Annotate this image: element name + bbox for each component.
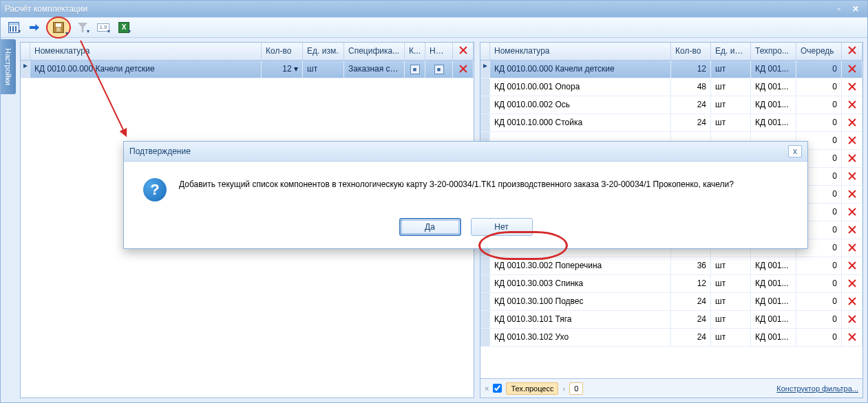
cell-queue: 0 xyxy=(796,329,842,346)
number-icon: 1.9 xyxy=(97,23,109,32)
calc-dropdown-button[interactable] xyxy=(5,19,23,36)
footer-filter-sep: › xyxy=(562,384,565,393)
left-header-nek[interactable]: Не к... xyxy=(425,43,453,60)
sidetab-settings[interactable]: Настройки xyxy=(1,39,16,94)
table-row[interactable]: КД 0010.30.002 Поперечина36штКД 001...0 xyxy=(480,257,862,275)
cell-delete[interactable] xyxy=(842,239,862,257)
left-header-spec[interactable]: Специфика... xyxy=(344,43,405,60)
table-row[interactable]: КД 0010.00.001 Опора48штКД 001...0 xyxy=(480,78,862,96)
left-header-k[interactable]: К... xyxy=(405,43,425,60)
dialog-yes-button[interactable]: Да xyxy=(399,218,461,236)
row-marker: ▸ xyxy=(21,61,30,78)
table-row[interactable]: КД 0010.00.002 Ось24штКД 001...0 xyxy=(480,96,862,114)
delete-icon xyxy=(847,296,857,306)
cell-uom: шт xyxy=(711,61,751,78)
export-excel-button[interactable] xyxy=(115,19,133,36)
table-row[interactable]: ▸КД 0010.00.000 Качели детские12 ▾штЗака… xyxy=(21,61,474,78)
delete-icon xyxy=(847,314,857,324)
save-button[interactable] xyxy=(46,17,71,39)
left-header-item[interactable]: Номенклатура xyxy=(30,43,262,60)
delete-icon xyxy=(847,243,857,252)
footer-filter-builder-link[interactable]: Конструктор фильтра... xyxy=(776,384,858,393)
delete-icon xyxy=(458,45,468,55)
right-header-marker xyxy=(480,43,490,60)
cell-delete[interactable] xyxy=(842,114,862,131)
right-grid-header: Номенклатура Кол-во Ед. изм. Техпро... О… xyxy=(480,43,862,61)
cell-delete[interactable] xyxy=(842,132,862,149)
funnel-icon xyxy=(78,23,87,32)
cell-delete[interactable] xyxy=(453,61,474,78)
delete-icon xyxy=(847,207,857,217)
cell-qty: 48 xyxy=(671,78,711,96)
table-row[interactable]: КД 0010.10.000 Стойка24штКД 001...0 xyxy=(480,114,862,132)
table-row[interactable]: КД 0010.30.101 Тяга24штКД 001...0 xyxy=(480,311,862,329)
cell-delete[interactable] xyxy=(842,150,862,167)
delete-icon xyxy=(847,82,857,91)
cell-k[interactable] xyxy=(405,61,425,78)
cell-delete[interactable] xyxy=(842,204,862,221)
footer-filter-label[interactable]: Тех.процесс xyxy=(506,382,558,395)
left-header-delete[interactable] xyxy=(453,43,474,60)
cell-uom: шт xyxy=(711,96,751,113)
cell-item: КД 0010.30.003 Спинка xyxy=(490,275,671,292)
cell-delete[interactable] xyxy=(842,311,862,328)
dialog-title: Подтверждение xyxy=(129,146,191,156)
delete-icon xyxy=(847,171,857,181)
cell-uom: шт xyxy=(711,275,751,292)
right-header-tp[interactable]: Техпро... xyxy=(751,43,796,60)
cell-uom: шт xyxy=(711,78,751,96)
close-button[interactable]: ✕ xyxy=(848,4,863,14)
left-header-uom[interactable]: Ед. изм. xyxy=(303,43,344,60)
cell-uom: шт xyxy=(711,311,751,328)
cell-uom: шт xyxy=(711,329,751,346)
cell-item: КД 0010.30.101 Тяга xyxy=(490,311,671,328)
minimize-button[interactable]: ▫ xyxy=(832,4,847,14)
table-row[interactable]: КД 0010.30.102 Ухо24штКД 001...0 xyxy=(480,329,862,347)
number-dropdown-button[interactable]: 1.9 xyxy=(94,19,112,36)
dialog-no-button[interactable]: Нет xyxy=(471,218,533,236)
footer-close-filter[interactable]: × xyxy=(485,384,489,393)
right-header-qty[interactable]: Кол-во xyxy=(671,43,711,60)
cell-tp: КД 001... xyxy=(751,311,796,328)
cell-delete[interactable] xyxy=(842,96,862,113)
delete-icon xyxy=(847,279,857,288)
cell-queue: 0 xyxy=(796,257,842,274)
right-header-queue[interactable]: Очередь xyxy=(796,43,842,60)
right-panel-footer: × Тех.процесс › 0 Конструктор фильтра... xyxy=(480,378,862,397)
cell-tp: КД 001... xyxy=(751,293,796,310)
dialog-close-button[interactable]: x xyxy=(788,145,802,157)
cell-nek[interactable] xyxy=(425,61,453,78)
delete-icon xyxy=(458,64,468,74)
cell-delete[interactable] xyxy=(842,329,862,346)
cell-tp: КД 001... xyxy=(751,78,796,96)
cell-delete[interactable] xyxy=(842,168,862,185)
cell-queue: 0 xyxy=(796,61,842,78)
table-row[interactable]: ▸КД 0010.00.000 Качели детские12штКД 001… xyxy=(480,61,862,78)
footer-filter-checkbox[interactable] xyxy=(493,384,502,393)
table-row[interactable]: КД 0010.30.003 Спинка12штКД 001...0 xyxy=(480,275,862,293)
table-row[interactable]: КД 0010.30.100 Подвес24штКД 001...0 xyxy=(480,293,862,311)
cell-delete[interactable] xyxy=(842,78,862,96)
filter-dropdown-button[interactable] xyxy=(74,19,92,36)
cell-delete[interactable] xyxy=(842,186,862,203)
dialog-header: Подтверждение x xyxy=(124,142,807,162)
footer-filter-value[interactable]: 0 xyxy=(569,382,583,395)
cell-delete[interactable] xyxy=(842,61,862,78)
arrow-right-icon xyxy=(30,24,39,31)
cell-delete[interactable] xyxy=(842,275,862,292)
cell-delete[interactable] xyxy=(842,257,862,274)
delete-icon xyxy=(847,332,857,342)
left-header-qty[interactable]: Кол-во xyxy=(262,43,303,60)
cell-item: КД 0010.30.100 Подвес xyxy=(490,293,671,310)
right-header-delete[interactable] xyxy=(842,43,862,60)
cell-queue: 0 xyxy=(796,293,842,310)
row-marker xyxy=(480,329,490,346)
run-button[interactable] xyxy=(25,19,43,36)
right-header-uom[interactable]: Ед. изм. xyxy=(711,43,751,60)
cell-item: КД 0010.30.102 Ухо xyxy=(490,329,671,346)
cell-delete[interactable] xyxy=(842,293,862,310)
right-header-item[interactable]: Номенклатура xyxy=(490,43,671,60)
cell-delete[interactable] xyxy=(842,221,862,239)
delete-icon xyxy=(847,45,857,55)
cell-qty[interactable]: 12 ▾ xyxy=(262,61,303,78)
